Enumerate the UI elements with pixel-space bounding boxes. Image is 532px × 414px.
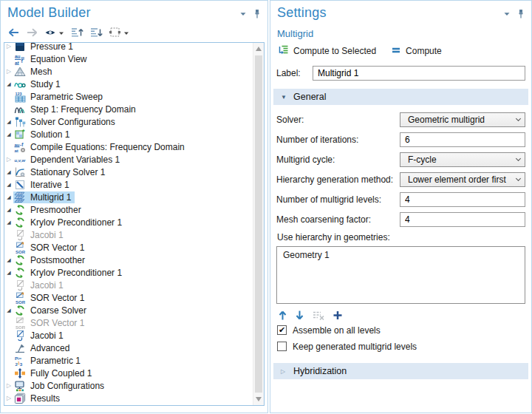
tree-item-compile-equations-frequency-domain[interactable]: auat-fCompile Equations: Frequency Domai… <box>4 140 253 153</box>
expand-arrow-icon[interactable]: ▷ <box>4 42 13 52</box>
geometry-listbox[interactable]: Geometry 1 <box>276 246 525 304</box>
tree-item-solver-configurations[interactable]: ◢Solver Configurations <box>4 115 253 128</box>
collapse-arrow-icon[interactable]: ◢ <box>4 266 13 279</box>
collapse-arrow-icon[interactable]: ◢ <box>4 166 13 178</box>
model-tree: ▷Pressure 1auatfEquation View▷Mesh◢Study… <box>4 42 265 406</box>
equation-view-icon: auatf <box>14 53 26 65</box>
tree-item-jacobi-1[interactable]: Jacobi 1 <box>4 279 253 291</box>
tree-item-advanced[interactable]: Advanced <box>4 342 253 354</box>
tree-item-postsmoother[interactable]: ◢Postsmoother <box>4 254 253 266</box>
model-builder-header: Model Builder <box>1 1 267 23</box>
tree-item-krylov-preconditioner-1[interactable]: ◢Krylov Preconditioner 1 <box>4 216 253 228</box>
expand-arrow-icon[interactable]: ▷ <box>4 392 13 404</box>
tree-scrollbar[interactable] <box>253 43 264 405</box>
hierarchy-generation-method-dropdown[interactable]: Lower element order first <box>400 172 525 187</box>
tree-item-sor-vector-1[interactable]: SORSOR Vector 1 <box>4 291 253 304</box>
checkbox-unchecked-icon[interactable] <box>277 342 287 351</box>
section-header-hybridization[interactable]: ▷ Hybridization <box>273 363 528 379</box>
tree-item-results[interactable]: ▷Results <box>4 392 253 404</box>
section-collapsed-icon[interactable]: ▷ <box>281 368 293 375</box>
label-input[interactable] <box>313 66 525 81</box>
number-of-iterations-input[interactable] <box>400 132 525 147</box>
scroll-up-icon[interactable] <box>256 47 262 51</box>
tree-item-study-1[interactable]: ◢Study 1 <box>4 78 253 90</box>
model-builder-toolbar <box>1 23 267 39</box>
collapse-arrow-icon[interactable]: ◢ <box>4 115 13 128</box>
collapse-arrow-icon[interactable]: ◢ <box>4 78 13 90</box>
multigrid-cycle-dropdown[interactable]: F-cycle <box>400 152 525 167</box>
mesh-coarsening-factor-input[interactable] <box>400 212 525 227</box>
use-hierarchy-label: Use hierarchy in geometries: <box>277 232 525 242</box>
label-row: Label: <box>276 66 525 81</box>
checkbox-checked-icon[interactable]: ✔ <box>277 325 287 335</box>
tree-item-equation-view[interactable]: auatfEquation View <box>4 52 253 65</box>
svg-text:at: at <box>15 60 20 65</box>
tree-item-parametric-1[interactable]: Pi=213Parametric 1 <box>4 354 253 367</box>
field-control <box>400 132 525 147</box>
collapse-arrow-icon[interactable]: ◢ <box>4 216 13 228</box>
expand-arrow-icon[interactable]: ▷ <box>4 65 13 78</box>
solver-dropdown[interactable]: Geometric multigrid <box>400 112 525 127</box>
tree-item-multigrid-1[interactable]: ◢Multigrid 1 <box>4 191 253 203</box>
dropdown-value: Lower element order first <box>408 174 506 185</box>
section-header-general[interactable]: ▼ General <box>273 89 528 105</box>
caret-down-icon[interactable] <box>58 26 64 39</box>
back-arrow-icon[interactable] <box>7 27 20 38</box>
collapse-all-icon[interactable] <box>89 27 103 38</box>
move-up-icon[interactable] <box>278 310 287 321</box>
tree-item-pressure-1[interactable]: ▷Pressure 1 <box>4 42 253 52</box>
scrollbar-thumb[interactable] <box>255 55 262 393</box>
caret-down-icon[interactable] <box>123 26 129 39</box>
forward-arrow-icon[interactable] <box>26 27 38 38</box>
chevron-down-icon[interactable] <box>239 10 247 18</box>
move-down-icon[interactable] <box>295 310 304 321</box>
tree-item-parametric-sweep[interactable]: 123Parametric Sweep <box>4 90 253 103</box>
tree-item-krylov-preconditioner-1[interactable]: ◢Krylov Preconditioner 1 <box>4 266 253 279</box>
tree-item-sor-vector-1[interactable]: SORSOR Vector 1 <box>4 241 253 254</box>
tree-item-stationary-solver-1[interactable]: ◢Stationary Solver 1 <box>4 166 253 178</box>
collapse-arrow-icon[interactable]: ◢ <box>4 254 13 266</box>
chevron-down-icon[interactable] <box>503 10 511 18</box>
compute-to-selected-button[interactable]: Compute to Selected <box>277 44 376 58</box>
collapse-arrow-icon[interactable]: ◢ <box>4 203 13 216</box>
add-icon[interactable] <box>332 310 343 321</box>
expand-arrow-icon[interactable]: ▷ <box>4 379 13 392</box>
list-item[interactable]: Geometry 1 <box>277 247 525 260</box>
model-tree-settings-icon[interactable] <box>109 26 129 39</box>
expand-arrow-icon[interactable]: ▷ <box>4 153 13 166</box>
collapse-arrow-icon[interactable]: ◢ <box>4 304 13 316</box>
checkbox-keep-generated-multigrid-levels[interactable]: Keep generated multigrid levels <box>276 339 525 354</box>
collapse-arrow-icon[interactable]: ◢ <box>4 191 13 203</box>
section-expanded-icon[interactable]: ▼ <box>281 94 293 101</box>
solution-icon: * <box>14 129 26 140</box>
eye-icon[interactable] <box>44 26 64 39</box>
number-of-multigrid-levels-input[interactable] <box>400 192 525 207</box>
compute-button[interactable]: Compute <box>391 45 442 58</box>
tree-item-fully-coupled-1[interactable]: Fully Coupled 1 <box>4 367 253 379</box>
tree-item-step-1-frequency-domain[interactable]: Step 1: Frequency Domain <box>4 103 253 115</box>
tree-item-mesh[interactable]: ▷Mesh <box>4 65 253 78</box>
checkbox-assemble-on-all-levels[interactable]: ✔Assemble on all levels <box>276 322 525 338</box>
tree-item-sor-vector-1[interactable]: SORSOR Vector 1 <box>4 316 253 329</box>
pin-icon[interactable] <box>517 9 525 19</box>
collapse-arrow-icon[interactable]: ◢ <box>4 128 13 140</box>
compile-equations-icon: auat-f <box>14 141 26 153</box>
field-row-multigrid-cycle: Multigrid cycle:F-cycle <box>276 152 525 167</box>
tree-item-solution-1[interactable]: ◢*Solution 1 <box>4 128 253 140</box>
field-row-solver: Solver:Geometric multigrid <box>276 112 525 127</box>
tree-item-jacobi-1[interactable]: Jacobi 1 <box>4 329 253 342</box>
scroll-down-icon[interactable] <box>256 397 262 401</box>
expand-all-icon[interactable] <box>70 27 83 38</box>
results-icon <box>14 393 26 404</box>
pin-icon[interactable] <box>253 9 261 19</box>
tree-item-job-configurations[interactable]: ▷Job Configurations <box>4 379 253 392</box>
field-control: F-cycle <box>400 152 525 167</box>
tree-item-coarse-solver[interactable]: ◢Coarse Solver <box>4 304 253 316</box>
tree-item-iterative-1[interactable]: ◢Iterative 1 <box>4 178 253 191</box>
tree-item-label: SOR Vector 1 <box>29 293 86 303</box>
tree-item-content: 123Parametric Sweep <box>13 91 106 103</box>
tree-item-presmoother[interactable]: ◢Presmoother <box>4 203 253 216</box>
tree-item-jacobi-1[interactable]: Jacobi 1 <box>4 228 253 241</box>
collapse-arrow-icon[interactable]: ◢ <box>4 178 13 191</box>
tree-item-dependent-variables-1[interactable]: ▷u,v,wDependent Variables 1 <box>4 153 253 166</box>
